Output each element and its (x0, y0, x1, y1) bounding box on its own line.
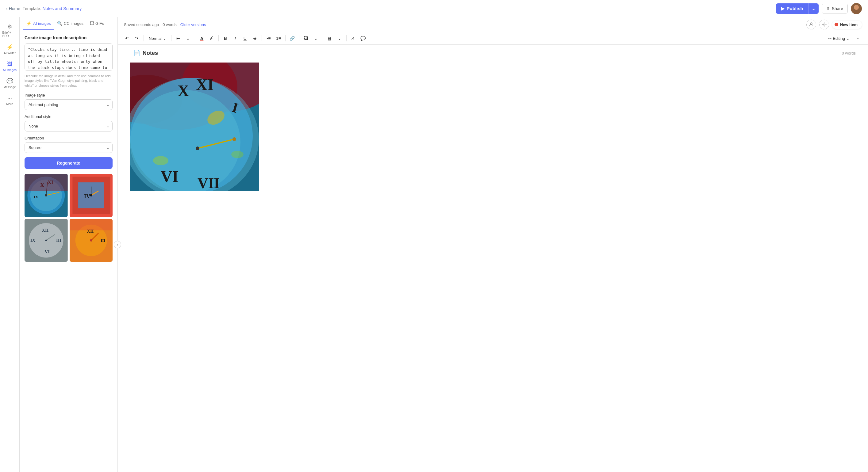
orientation-select[interactable]: Square Landscape Portrait (25, 142, 113, 153)
strikethrough-button[interactable]: S (251, 34, 259, 43)
prompt-input[interactable]: "Clocks slay time... time is dead as lon… (25, 43, 113, 71)
lightning-icon: ⚡ (6, 44, 13, 50)
template-name-link[interactable]: Notes and Summary (43, 6, 82, 11)
text-style-dropdown[interactable]: Normal ⌄ (146, 35, 169, 42)
additional-style-select[interactable]: None Dark Bright Warm Cool (25, 121, 113, 132)
new-item-button[interactable]: New Item (832, 21, 862, 29)
toolbar-divider-9 (346, 35, 347, 41)
redo-button[interactable]: ↷ (132, 34, 141, 43)
editor-meta-right: New Item (806, 20, 862, 29)
publish-button[interactable]: ▶ Publish ⌄ (776, 3, 818, 14)
clear-format-button[interactable]: T̸ (349, 34, 358, 43)
top-bar-right: ▶ Publish ⌄ ⇧ Share (776, 3, 862, 14)
underline-button[interactable]: U (241, 34, 249, 43)
editor-word-count: 0 words (842, 51, 856, 56)
tab-ai-images[interactable]: ⚡ AI images (23, 17, 54, 30)
new-item-label: New Item (840, 22, 858, 27)
editor-content[interactable]: 📄 Notes 0 words (118, 45, 868, 472)
numbered-list-button[interactable]: 1≡ (274, 34, 283, 43)
more-icon: ··· (7, 95, 12, 101)
image-thumb-1[interactable]: X XI IX (25, 174, 68, 217)
italic-button[interactable]: I (231, 34, 240, 43)
older-versions-link[interactable]: Older versions (180, 22, 206, 27)
tab-label: AI images (33, 21, 51, 26)
publish-label: Publish (786, 6, 803, 11)
create-section-title: Create image from description (25, 35, 113, 40)
table-button[interactable]: ▦ (326, 34, 334, 43)
word-count-meta: 0 words (162, 22, 177, 27)
svg-point-34 (810, 23, 812, 25)
svg-rect-11 (25, 174, 68, 191)
sidebar-item-label: AI Writer (4, 52, 16, 55)
toolbar-divider-3 (195, 35, 195, 41)
template-label: Template: Notes and Summary (23, 6, 82, 11)
tab-cc-images[interactable]: 🔍 CC images (54, 17, 87, 30)
sidebar-item-brief-seo[interactable]: ⚙ Brief + SEO (1, 21, 19, 40)
text-color-button[interactable]: A (197, 34, 206, 43)
user-avatar[interactable] (851, 3, 862, 14)
editing-mode-dropdown[interactable]: ✏ Editing ⌄ (826, 35, 852, 42)
editor-meta-bar: Saved seconds ago 0 words Older versions… (118, 17, 868, 32)
editor-meta-left: Saved seconds ago 0 words Older versions (124, 22, 206, 27)
align-dropdown-button[interactable]: ⌄ (184, 34, 192, 43)
toolbar-divider-4 (218, 35, 219, 41)
sidebar-item-more[interactable]: ··· More (1, 93, 19, 108)
svg-point-26 (45, 239, 47, 241)
svg-point-18 (90, 194, 92, 197)
sidebar-item-ai-images[interactable]: 🖼 AI Images (1, 59, 19, 74)
image-dropdown-button[interactable]: ⌄ (312, 34, 320, 43)
additional-style-select-wrapper: None Dark Bright Warm Cool ⌄ (25, 121, 113, 132)
back-home-label: Home (9, 6, 20, 11)
highlight-button[interactable]: 🖊 (207, 34, 216, 43)
image-thumb-3[interactable]: XII III VI IX (25, 219, 68, 262)
svg-text:IX: IX (34, 195, 38, 199)
image-style-label: Image style (25, 93, 113, 98)
more-options-button[interactable]: ··· (855, 34, 863, 43)
share-button[interactable]: ⇧ Share (822, 4, 848, 13)
svg-point-10 (45, 194, 47, 197)
image-style-select[interactable]: Abstract painting Photorealistic Waterco… (25, 99, 113, 110)
image-button[interactable]: 🖼 (302, 34, 310, 43)
svg-point-45 (231, 151, 244, 158)
publish-dropdown-arrow[interactable]: ⌄ (808, 3, 818, 14)
settings-icon-button[interactable] (819, 20, 829, 29)
panel-content: Create image from description "Clocks sl… (20, 30, 118, 472)
table-dropdown-button[interactable]: ⌄ (335, 34, 344, 43)
edit-pencil-icon: ✏ (828, 36, 832, 41)
back-home-button[interactable]: ‹ Home (6, 6, 20, 11)
svg-text:IX: IX (30, 238, 36, 243)
tab-label: CC images (64, 21, 84, 26)
bold-button[interactable]: B (221, 34, 230, 43)
share-upload-icon: ⇧ (826, 6, 830, 11)
svg-rect-33 (70, 219, 113, 230)
svg-point-52 (232, 137, 236, 141)
toolbar-divider-2 (171, 35, 172, 41)
image-icon: 🖼 (7, 61, 12, 67)
panel-tabs: ⚡ AI images 🔍 CC images 🎞 GIFs (20, 17, 118, 30)
regenerate-button[interactable]: Regenerate (25, 157, 113, 169)
image-thumb-2[interactable]: IV (70, 174, 113, 217)
svg-point-1 (852, 10, 860, 14)
panel-collapse-button[interactable]: ‹ (114, 241, 121, 248)
svg-point-32 (90, 239, 92, 241)
svg-text:VII: VII (197, 175, 220, 191)
painting-container[interactable]: X XI I VI VII (130, 63, 856, 193)
tab-gifs[interactable]: 🎞 GIFs (87, 17, 107, 30)
tab-lightning-icon: ⚡ (26, 21, 32, 26)
sidebar-item-ai-writer[interactable]: ⚡ AI Writer (1, 41, 19, 57)
abstract-painting[interactable]: X XI I VI VII (130, 63, 259, 191)
undo-button[interactable]: ↶ (123, 34, 131, 43)
image-thumb-4[interactable]: XII III (70, 219, 113, 262)
svg-text:IV: IV (84, 193, 90, 200)
link-button[interactable]: 🔗 (288, 34, 297, 43)
orientation-select-wrapper: Square Landscape Portrait ⌄ (25, 142, 113, 153)
image-style-select-wrapper: Abstract painting Photorealistic Waterco… (25, 99, 113, 110)
bullet-list-button[interactable]: •≡ (265, 34, 273, 43)
tab-search-icon: 🔍 (57, 21, 62, 26)
collaborators-icon-button[interactable] (806, 20, 816, 29)
additional-style-label: Additional style (25, 114, 113, 119)
comment-button[interactable]: 💬 (359, 34, 367, 43)
align-left-button[interactable]: ⇤ (174, 34, 183, 43)
sidebar-item-message[interactable]: 💬 Message (1, 75, 19, 91)
formatting-toolbar: ↶ ↷ Normal ⌄ ⇤ ⌄ A 🖊 B I U S •≡ 1≡ 🔗 🖼 (118, 32, 868, 45)
